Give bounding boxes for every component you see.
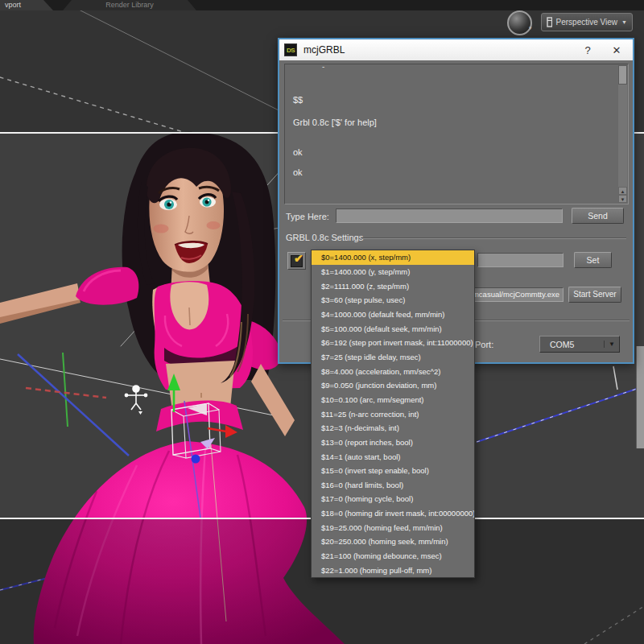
view-selector-label: Perspective View [556, 18, 618, 27]
settings-dropdown-item[interactable]: $0=1400.000 (x, step/mm) [312, 250, 474, 265]
settings-dropdown-item[interactable]: $12=3 (n-decimals, int) [312, 421, 474, 436]
settings-dropdown-item[interactable]: $21=100 (homing debounce, msec) [312, 549, 474, 564]
type-here-label: Type Here: [286, 212, 329, 221]
setting-checkbox[interactable]: ✔ [287, 252, 306, 270]
settings-dropdown-item[interactable]: $19=25.000 (homing feed, mm/min) [312, 520, 474, 535]
viewport-options-arrow-icon[interactable]: ▾ [529, 25, 532, 31]
scroll-up-icon[interactable]: ▲ [618, 187, 627, 195]
view-selector[interactable]: Perspective View ▼ [541, 13, 633, 31]
start-server-button[interactable]: Start Server [568, 287, 621, 303]
pane-grid-icon [547, 17, 552, 27]
command-input[interactable] [336, 208, 563, 223]
chevron-down-icon: ▼ [604, 341, 619, 348]
port-combobox[interactable]: COM5 ▼ [539, 336, 620, 353]
settings-dropdown-item[interactable]: $1=1400.000 (y, step/mm) [312, 265, 474, 279]
close-button[interactable]: ✕ [605, 44, 628, 56]
console-line: $$ [293, 95, 303, 105]
settings-dropdown-item[interactable]: $20=250.000 (homing seek, mm/min) [312, 535, 474, 549]
console-output[interactable]: - ▲ ▼ $$Grbl 0.8c ['$' for help]okok [284, 64, 629, 204]
settings-dropdown-item[interactable]: $8=4.000 (acceleration, mm/sec^2) [312, 364, 474, 378]
gizmo-z-handle[interactable] [192, 455, 200, 464]
console-scrollbar[interactable]: ▲ ▼ [618, 65, 627, 203]
settings-dropdown-list[interactable]: $0=1400.000 (x, step/mm)$1=1400.000 (y, … [311, 250, 475, 578]
settings-dropdown-item[interactable]: $7=25 (step idle delay, msec) [312, 350, 474, 365]
settings-dropdown-item[interactable]: $22=1.000 (homing pull-off, mm) [312, 563, 474, 577]
tab-viewport[interactable]: vport [0, 0, 58, 10]
chevron-down-icon: ▼ [621, 19, 627, 25]
scrollbar-thumb[interactable] [618, 65, 627, 85]
port-label: Port: [475, 340, 493, 349]
settings-dropdown-item[interactable]: $9=0.050 (junction deviation, mm) [312, 378, 474, 393]
dialog-title: mcjGRBL [303, 44, 570, 56]
settings-dropdown-item[interactable]: $14=1 (auto start, bool) [312, 449, 474, 464]
app-window: vport Render Library ▾ Perspective View … [0, 0, 644, 644]
console-line: Grbl 0.8c ['$' for help] [293, 118, 377, 127]
checkmark-icon: ✔ [294, 252, 303, 265]
settings-dropdown-item[interactable]: $18=0 (homing dir invert mask, int:00000… [312, 506, 474, 521]
setting-value-input[interactable] [477, 253, 564, 267]
viewport-options-icon[interactable] [507, 10, 532, 35]
dialog-titlebar[interactable]: DS mcjGRBL ? ✕ [279, 39, 633, 60]
pane-tab-bar: vport Render Library [0, 0, 644, 10]
side-scrollbar[interactable] [636, 346, 644, 448]
settings-dropdown-item[interactable]: $15=0 (invert step enable, bool) [312, 464, 474, 478]
console-partial-line: - [322, 64, 324, 71]
send-button[interactable]: Send [572, 208, 624, 224]
scroll-down-icon[interactable]: ▼ [618, 195, 627, 203]
settings-dropdown-item[interactable]: $2=1111.000 (z, step/mm) [312, 279, 474, 293]
settings-dropdown-item[interactable]: $3=60 (step pulse, usec) [312, 293, 474, 308]
settings-dropdown-item[interactable]: $4=1000.000 (default feed, mm/min) [312, 308, 474, 322]
tab-render-library[interactable]: Render Library [63, 0, 196, 10]
settings-dropdown-item[interactable]: $16=0 (hard limits, bool) [312, 478, 474, 493]
settings-dropdown-item[interactable]: $5=100.000 (default seek, mm/min) [312, 321, 474, 336]
settings-dropdown-item[interactable]: $6=192 (step port invert mask, int:11000… [312, 336, 474, 350]
settings-dropdown-item[interactable]: $11=25 (n-arc correction, int) [312, 407, 474, 421]
port-value: COM5 [540, 340, 604, 349]
settings-dropdown-item[interactable]: $10=0.100 (arc, mm/segment) [312, 393, 474, 407]
daz-studio-logo-icon: DS [284, 43, 297, 56]
console-line: ok [293, 167, 303, 177]
settings-group-label: GRBL 0.8c Settings [286, 233, 363, 242]
settings-dropdown-item[interactable]: $13=0 (report inches, bool) [312, 436, 474, 450]
settings-dropdown-item[interactable]: $17=0 (homing cycle, bool) [312, 492, 474, 506]
set-button[interactable]: Set [574, 252, 612, 268]
help-button[interactable]: ? [576, 44, 599, 56]
group-divider [361, 237, 626, 239]
console-line: ok [293, 147, 303, 157]
